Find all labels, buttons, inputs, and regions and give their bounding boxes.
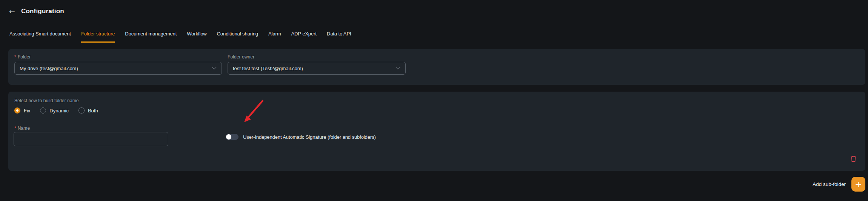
folder-field: *Folder My drive (test@gmail.com) bbox=[14, 54, 222, 75]
chevron-down-icon bbox=[396, 67, 400, 70]
radio-icon bbox=[14, 107, 20, 114]
signature-toggle[interactable] bbox=[226, 134, 239, 140]
name-input[interactable] bbox=[14, 132, 168, 146]
folder-select-value: My drive (test@gmail.com) bbox=[20, 66, 78, 71]
back-arrow-icon: ← bbox=[9, 7, 15, 15]
tab-bar: Associating Smart document Folder struct… bbox=[9, 31, 351, 43]
add-subfolder-button[interactable]: + bbox=[851, 177, 865, 192]
delete-subfolder-button[interactable] bbox=[850, 155, 857, 163]
chevron-down-icon bbox=[212, 67, 217, 70]
folder-name-panel: Select how to build folder name Fix Dyna… bbox=[8, 92, 865, 171]
folder-panel: *Folder My drive (test@gmail.com) Folder… bbox=[8, 49, 865, 85]
radio-icon bbox=[40, 107, 46, 114]
required-asterisk: * bbox=[14, 54, 16, 60]
radio-option-dynamic[interactable]: Dynamic bbox=[40, 107, 69, 114]
build-mode-radio-group: Fix Dynamic Both bbox=[14, 107, 98, 114]
folder-owner-select-value: test test test (Test2@gmail.com) bbox=[233, 66, 303, 71]
page-title: Configuration bbox=[21, 8, 64, 15]
folder-owner-label: Folder owner bbox=[228, 54, 406, 60]
build-folder-name-label: Select how to build folder name bbox=[14, 98, 79, 103]
tab-alarm[interactable]: Alarm bbox=[268, 31, 281, 43]
plus-icon: + bbox=[855, 180, 862, 189]
folder-label: *Folder bbox=[14, 54, 222, 60]
radio-option-fix[interactable]: Fix bbox=[14, 107, 30, 114]
trash-icon bbox=[850, 155, 857, 163]
tab-associating-smart-document[interactable]: Associating Smart document bbox=[9, 31, 71, 43]
toggle-knob-icon bbox=[226, 134, 231, 140]
footer: Add sub-folder + bbox=[813, 177, 865, 192]
signature-toggle-label: User-Independent Automatic Signature (fo… bbox=[243, 134, 376, 140]
configuration-page: { "colors": { "accent_orange": "#ee9417"… bbox=[0, 0, 868, 201]
add-subfolder-label: Add sub-folder bbox=[813, 181, 846, 187]
required-asterisk: * bbox=[14, 126, 16, 131]
signature-toggle-group: User-Independent Automatic Signature (fo… bbox=[226, 134, 376, 140]
tab-document-management[interactable]: Document management bbox=[125, 31, 177, 43]
tab-workflow[interactable]: Workflow bbox=[187, 31, 206, 43]
tab-conditional-sharing[interactable]: Conditional sharing bbox=[217, 31, 258, 43]
name-label: *Name bbox=[14, 126, 30, 131]
tab-adp-expert[interactable]: ADP eXpert bbox=[291, 31, 316, 43]
radio-icon bbox=[78, 107, 85, 114]
folder-owner-select[interactable]: test test test (Test2@gmail.com) bbox=[228, 62, 406, 75]
folder-owner-field: Folder owner test test test (Test2@gmail… bbox=[228, 54, 406, 75]
radio-option-both[interactable]: Both bbox=[78, 107, 98, 114]
tab-folder-structure[interactable]: Folder structure bbox=[81, 31, 115, 43]
tab-data-to-api[interactable]: Data to API bbox=[327, 31, 351, 43]
folder-select[interactable]: My drive (test@gmail.com) bbox=[14, 62, 222, 75]
header: ← Configuration bbox=[9, 8, 64, 15]
back-button[interactable]: ← bbox=[9, 8, 15, 15]
red-arrow-annotation-icon bbox=[238, 95, 268, 126]
